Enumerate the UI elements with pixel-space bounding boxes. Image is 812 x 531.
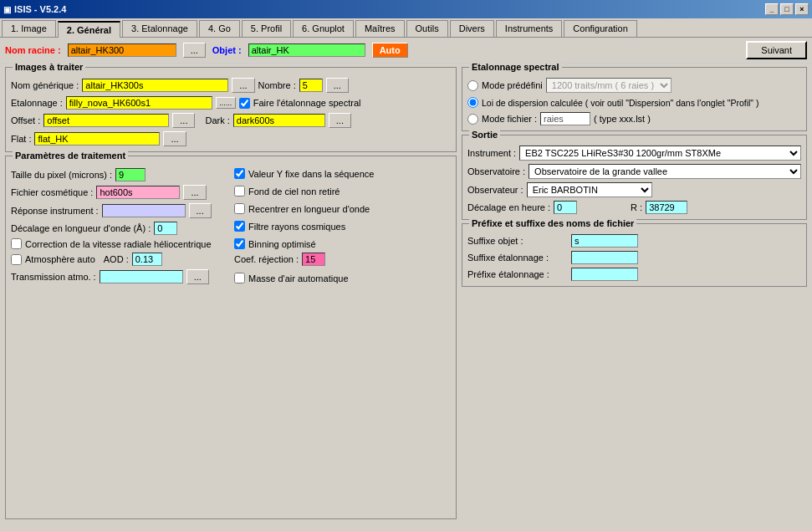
aod-label: AOD : — [104, 254, 129, 264]
app-icon: ▣ — [3, 5, 11, 14]
filtre-rayons-checkbox[interactable] — [234, 221, 245, 232]
nombre-browse-btn[interactable]: ... — [326, 78, 349, 93]
filtre-rayons-label: Filtre rayons cosmiques — [248, 222, 345, 232]
mode-predefini-select[interactable]: 1200 traits/mm ( 6 raies ) — [546, 78, 672, 93]
decalage-heure-input[interactable] — [554, 201, 577, 214]
valeur-y-fixe-label: Valeur Y fixe dans la séquence — [248, 169, 374, 179]
nom-generique-browse-btn[interactable]: ... — [232, 78, 254, 93]
offset-input[interactable] — [43, 114, 169, 127]
fond-ciel-checkbox[interactable] — [234, 186, 245, 197]
images-a-traiter-group: Images à traiter Nom générique : ... Nom… — [5, 67, 457, 152]
suffixe-etal-label: Suffixe étalonnage : — [467, 253, 568, 263]
prefixe-etal-input[interactable] — [571, 268, 638, 281]
taille-pixel-label: Taille du pixel (microns) : — [11, 170, 112, 180]
loi-disp-radio[interactable] — [467, 97, 478, 108]
coef-rej-input[interactable] — [302, 253, 325, 266]
parametres-title: Paramètres de traitement — [13, 151, 128, 161]
toolbar: Nom racine : ... Objet : Auto Suivant — [0, 38, 812, 64]
fichier-cosmetique-input[interactable] — [96, 186, 180, 199]
nom-generique-input[interactable] — [82, 79, 228, 92]
offset-browse-btn[interactable]: ... — [172, 113, 195, 128]
etalonnage-label: Etalonnage : — [11, 98, 63, 108]
atmosphere-label: Atmosphère auto — [25, 254, 95, 264]
offset-label: Offset : — [11, 115, 40, 125]
observatoire-select[interactable]: Observatoire de la grande vallee — [529, 164, 801, 179]
flat-browse-btn[interactable]: ... — [163, 131, 186, 146]
aod-input[interactable] — [132, 253, 162, 266]
masse-air-label: Masse d'air automatique — [248, 273, 349, 283]
dark-browse-btn[interactable]: ... — [329, 113, 351, 128]
flat-input[interactable] — [34, 132, 160, 146]
instrument-select[interactable]: EB2 TSC225 LHiReS3#30 1200gr/mm ST8XMe — [519, 146, 801, 161]
binning-checkbox[interactable] — [234, 238, 245, 249]
prefixe-suffixe-title: Préfixe et suffixe des noms de fichier — [469, 218, 636, 228]
nom-racine-browse-btn[interactable]: ... — [183, 43, 206, 58]
fichier-cosmetique-label: Fichier cosmétique : — [11, 187, 93, 197]
nombre-input[interactable] — [299, 79, 323, 92]
instrument-label: Instrument : — [467, 148, 516, 158]
parametres-traitement-group: Paramètres de traitement Taille du pixel… — [5, 156, 457, 519]
etalonnage-browse-btn[interactable]: ...... — [216, 97, 236, 109]
nom-generique-label: Nom générique : — [11, 80, 79, 90]
etalonnage-spectral-group: Etalonnage spectral Mode prédéfini 1200 … — [462, 67, 807, 131]
mode-predefini-radio[interactable] — [467, 80, 478, 91]
suivant-button[interactable]: Suivant — [746, 41, 807, 59]
auto-button[interactable]: Auto — [372, 43, 408, 58]
nom-racine-label: Nom racine : — [5, 45, 61, 55]
fichier-cosmetique-browse-btn[interactable]: ... — [183, 185, 206, 200]
masse-air-checkbox[interactable] — [234, 273, 245, 283]
tab-configuration[interactable]: Configuration — [564, 20, 636, 37]
transmission-input[interactable] — [100, 270, 183, 283]
mode-fichier-input[interactable] — [540, 112, 590, 125]
close-button[interactable]: × — [795, 3, 809, 15]
fond-ciel-label: Fond de ciel non retiré — [248, 186, 340, 197]
decalage-heure-label: Décalage en heure : — [467, 202, 550, 212]
r-label: R : — [631, 202, 642, 212]
tab-outils[interactable]: Outils — [406, 20, 448, 37]
r-input[interactable] — [646, 201, 687, 214]
etalonnage-input[interactable] — [66, 96, 212, 110]
tab-maitres[interactable]: Maîtres — [355, 20, 405, 37]
tab-profil[interactable]: 5. Profil — [242, 20, 291, 37]
menu-bar: 1. Image 2. Général 3. Etalonnage 4. Go … — [0, 18, 812, 38]
tab-divers[interactable]: Divers — [450, 20, 494, 37]
binning-label: Binning optimisé — [248, 239, 316, 249]
dark-input[interactable] — [233, 114, 325, 127]
recentrer-checkbox[interactable] — [234, 203, 245, 214]
tab-instruments[interactable]: Instruments — [496, 20, 562, 37]
loi-disp-label: Loi de dispersion calculée ( voir outil … — [482, 98, 759, 108]
reponse-instr-browse-btn[interactable]: ... — [189, 203, 212, 218]
minimize-button[interactable]: _ — [765, 3, 779, 15]
tab-general[interactable]: 2. Général — [58, 21, 120, 38]
sortie-title: Sortie — [469, 130, 500, 140]
transmission-browse-btn[interactable]: ... — [186, 269, 209, 284]
tab-gnuplot[interactable]: 6. Gnuplot — [293, 20, 354, 37]
suffixe-objet-label: Suffixe objet : — [467, 236, 568, 246]
objet-label: Objet : — [212, 45, 242, 55]
sortie-group: Sortie Instrument : EB2 TSC225 LHiReS3#3… — [462, 135, 807, 220]
atmosphere-checkbox[interactable] — [11, 254, 22, 265]
mode-predefini-label: Mode prédéfini — [482, 80, 543, 90]
tab-go[interactable]: 4. Go — [199, 20, 240, 37]
suffixe-objet-input[interactable] — [571, 234, 638, 248]
decalage-label: Décalage en longueur d'onde (Å) : — [11, 223, 151, 233]
tab-etalonnage[interactable]: 3. Etalonnage — [122, 20, 197, 37]
app-title: ISIS - V5.2.4 — [14, 4, 66, 14]
faire-etal-checkbox[interactable] — [239, 98, 250, 109]
observateur-label: Observateur : — [467, 185, 523, 195]
decalage-input[interactable] — [154, 222, 177, 235]
tab-image[interactable]: 1. Image — [2, 20, 56, 37]
prefixe-suffixe-group: Préfixe et suffixe des noms de fichier S… — [462, 223, 807, 287]
taille-pixel-input[interactable] — [115, 168, 146, 181]
nom-racine-input[interactable] — [68, 43, 176, 57]
valeur-y-fixe-checkbox[interactable] — [234, 168, 245, 179]
observateur-select[interactable]: Eric BARBOTIN — [527, 182, 652, 197]
suffixe-etal-input[interactable] — [571, 251, 638, 264]
mode-fichier-radio[interactable] — [467, 114, 478, 125]
coef-rej-label: Coef. réjection : — [234, 254, 299, 264]
observatoire-label: Observatoire : — [467, 166, 525, 176]
maximize-button[interactable]: □ — [780, 3, 794, 15]
corr-vitesse-checkbox[interactable] — [11, 238, 22, 249]
reponse-instr-input[interactable] — [102, 204, 186, 217]
objet-input[interactable] — [248, 43, 365, 57]
